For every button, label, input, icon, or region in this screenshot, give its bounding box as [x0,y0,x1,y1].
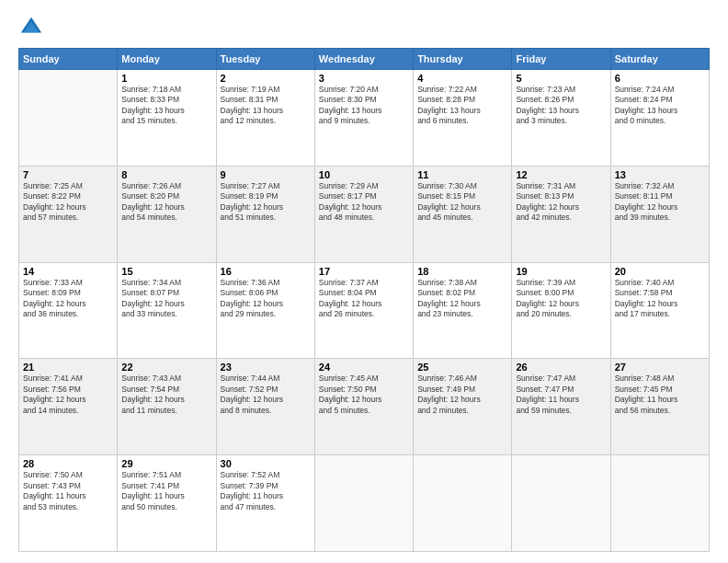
calendar-cell: 10Sunrise: 7:29 AM Sunset: 8:17 PM Dayli… [314,166,413,262]
day-info: Sunrise: 7:52 AM Sunset: 7:39 PM Dayligh… [221,470,311,512]
day-number: 25 [417,362,507,373]
day-info: Sunrise: 7:36 AM Sunset: 8:06 PM Dayligh… [221,278,311,320]
calendar-header-saturday: Saturday [610,49,709,70]
day-info: Sunrise: 7:50 AM Sunset: 7:43 PM Dayligh… [23,470,113,512]
calendar-table: SundayMondayTuesdayWednesdayThursdayFrid… [18,48,710,552]
calendar-cell [414,455,512,552]
day-info: Sunrise: 7:18 AM Sunset: 8:33 PM Dayligh… [121,85,211,127]
day-number: 13 [615,169,705,180]
calendar-cell: 28Sunrise: 7:50 AM Sunset: 7:43 PM Dayli… [19,455,118,552]
calendar-week-row: 7Sunrise: 7:25 AM Sunset: 8:22 PM Daylig… [19,166,710,262]
calendar-cell [512,455,610,552]
calendar-cell: 30Sunrise: 7:52 AM Sunset: 7:39 PM Dayli… [216,455,314,552]
day-number: 5 [516,73,606,84]
calendar-cell: 29Sunrise: 7:51 AM Sunset: 7:41 PM Dayli… [118,455,216,552]
calendar-cell: 19Sunrise: 7:39 AM Sunset: 8:00 PM Dayli… [512,262,610,359]
calendar-cell: 22Sunrise: 7:43 AM Sunset: 7:54 PM Dayli… [118,359,216,455]
page: SundayMondayTuesdayWednesdayThursdayFrid… [0,0,728,563]
day-info: Sunrise: 7:40 AM Sunset: 7:58 PM Dayligh… [615,278,705,320]
calendar-cell: 18Sunrise: 7:38 AM Sunset: 8:02 PM Dayli… [414,262,512,359]
day-number: 17 [319,266,409,277]
day-number: 8 [121,169,211,180]
day-number: 28 [23,458,113,469]
day-number: 20 [615,266,705,277]
day-number: 4 [417,73,507,84]
calendar-cell: 21Sunrise: 7:41 AM Sunset: 7:56 PM Dayli… [19,359,118,455]
calendar-cell: 27Sunrise: 7:48 AM Sunset: 7:45 PM Dayli… [610,359,709,455]
day-info: Sunrise: 7:34 AM Sunset: 8:07 PM Dayligh… [121,278,211,320]
calendar-cell: 3Sunrise: 7:20 AM Sunset: 8:30 PM Daylig… [314,70,413,167]
calendar-week-row: 14Sunrise: 7:33 AM Sunset: 8:09 PM Dayli… [19,262,710,359]
day-info: Sunrise: 7:19 AM Sunset: 8:31 PM Dayligh… [221,85,311,127]
day-number: 3 [319,73,409,84]
day-number: 27 [615,362,705,373]
day-info: Sunrise: 7:46 AM Sunset: 7:49 PM Dayligh… [417,373,507,416]
day-info: Sunrise: 7:25 AM Sunset: 8:22 PM Dayligh… [23,181,113,224]
calendar-cell: 17Sunrise: 7:37 AM Sunset: 8:04 PM Dayli… [314,262,413,359]
calendar-cell: 20Sunrise: 7:40 AM Sunset: 7:58 PM Dayli… [610,262,709,359]
day-number: 6 [615,73,705,84]
day-info: Sunrise: 7:47 AM Sunset: 7:47 PM Dayligh… [516,373,606,416]
calendar-cell: 7Sunrise: 7:25 AM Sunset: 8:22 PM Daylig… [19,166,118,262]
day-number: 14 [23,266,113,277]
calendar-cell: 14Sunrise: 7:33 AM Sunset: 8:09 PM Dayli… [19,262,118,359]
calendar-header-thursday: Thursday [414,49,512,70]
day-info: Sunrise: 7:38 AM Sunset: 8:02 PM Dayligh… [417,278,507,320]
calendar-cell: 4Sunrise: 7:22 AM Sunset: 8:28 PM Daylig… [414,70,512,167]
calendar-cell: 5Sunrise: 7:23 AM Sunset: 8:26 PM Daylig… [512,70,610,167]
calendar-header-friday: Friday [512,49,610,70]
calendar-cell [610,455,709,552]
day-info: Sunrise: 7:30 AM Sunset: 8:15 PM Dayligh… [417,181,507,224]
calendar-cell: 25Sunrise: 7:46 AM Sunset: 7:49 PM Dayli… [414,359,512,455]
day-info: Sunrise: 7:24 AM Sunset: 8:24 PM Dayligh… [615,85,705,127]
day-info: Sunrise: 7:51 AM Sunset: 7:41 PM Dayligh… [121,470,211,512]
calendar-cell: 1Sunrise: 7:18 AM Sunset: 8:33 PM Daylig… [118,70,216,167]
day-info: Sunrise: 7:41 AM Sunset: 7:56 PM Dayligh… [23,373,113,416]
day-number: 30 [221,458,311,469]
calendar-cell: 2Sunrise: 7:19 AM Sunset: 8:31 PM Daylig… [216,70,314,167]
calendar-header-sunday: Sunday [19,49,118,70]
day-info: Sunrise: 7:29 AM Sunset: 8:17 PM Dayligh… [319,181,409,224]
day-info: Sunrise: 7:23 AM Sunset: 8:26 PM Dayligh… [516,85,606,127]
day-number: 26 [516,362,606,373]
day-number: 18 [417,266,507,277]
day-info: Sunrise: 7:44 AM Sunset: 7:52 PM Dayligh… [221,373,311,416]
calendar-cell: 9Sunrise: 7:27 AM Sunset: 8:19 PM Daylig… [216,166,314,262]
calendar-header-wednesday: Wednesday [314,49,413,70]
calendar-cell [19,70,118,167]
day-info: Sunrise: 7:32 AM Sunset: 8:11 PM Dayligh… [615,181,705,224]
calendar-header-monday: Monday [118,49,216,70]
day-number: 19 [516,266,606,277]
day-number: 29 [121,458,211,469]
calendar-cell: 8Sunrise: 7:26 AM Sunset: 8:20 PM Daylig… [118,166,216,262]
day-info: Sunrise: 7:33 AM Sunset: 8:09 PM Dayligh… [23,278,113,320]
day-info: Sunrise: 7:37 AM Sunset: 8:04 PM Dayligh… [319,278,409,320]
calendar-cell [314,455,413,552]
day-number: 23 [221,362,311,373]
header [18,15,710,40]
calendar-cell: 13Sunrise: 7:32 AM Sunset: 8:11 PM Dayli… [610,166,709,262]
day-info: Sunrise: 7:22 AM Sunset: 8:28 PM Dayligh… [417,85,507,127]
day-number: 15 [121,266,211,277]
day-number: 21 [23,362,113,373]
day-info: Sunrise: 7:26 AM Sunset: 8:20 PM Dayligh… [121,181,211,224]
day-number: 11 [417,169,507,180]
logo [18,15,48,40]
day-info: Sunrise: 7:31 AM Sunset: 8:13 PM Dayligh… [516,181,606,224]
calendar-header-tuesday: Tuesday [216,49,314,70]
calendar-cell: 11Sunrise: 7:30 AM Sunset: 8:15 PM Dayli… [414,166,512,262]
day-info: Sunrise: 7:20 AM Sunset: 8:30 PM Dayligh… [319,85,409,127]
day-number: 12 [516,169,606,180]
calendar-cell: 23Sunrise: 7:44 AM Sunset: 7:52 PM Dayli… [216,359,314,455]
calendar-cell: 16Sunrise: 7:36 AM Sunset: 8:06 PM Dayli… [216,262,314,359]
calendar-cell: 26Sunrise: 7:47 AM Sunset: 7:47 PM Dayli… [512,359,610,455]
logo-icon [18,15,44,40]
calendar-cell: 6Sunrise: 7:24 AM Sunset: 8:24 PM Daylig… [610,70,709,167]
calendar-week-row: 28Sunrise: 7:50 AM Sunset: 7:43 PM Dayli… [19,455,710,552]
calendar-week-row: 1Sunrise: 7:18 AM Sunset: 8:33 PM Daylig… [19,70,710,167]
day-number: 2 [221,73,311,84]
day-info: Sunrise: 7:45 AM Sunset: 7:50 PM Dayligh… [319,373,409,416]
calendar-cell: 15Sunrise: 7:34 AM Sunset: 8:07 PM Dayli… [118,262,216,359]
day-info: Sunrise: 7:48 AM Sunset: 7:45 PM Dayligh… [615,373,705,416]
calendar-cell: 24Sunrise: 7:45 AM Sunset: 7:50 PM Dayli… [314,359,413,455]
